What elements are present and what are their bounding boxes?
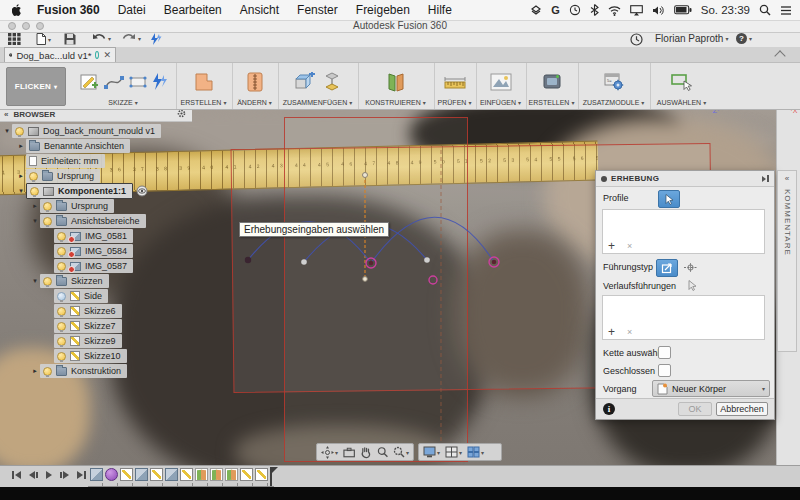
addins-icon[interactable]: 5= (604, 73, 624, 91)
menubar-clock[interactable]: So. 23:39 (701, 4, 750, 16)
visibility-bulb-icon[interactable] (15, 127, 24, 136)
timeline-loft-feature[interactable] (225, 468, 238, 481)
profile-select-button[interactable] (658, 190, 680, 208)
grid-layout-button[interactable]: ▾ (445, 446, 462, 458)
activate-component-radio[interactable] (136, 185, 148, 197)
visibility-bulb-icon[interactable] (57, 322, 66, 331)
dialog-header[interactable]: ERHEBUNG (596, 171, 774, 187)
menu-datei[interactable]: Datei (118, 3, 146, 17)
menu-fenster[interactable]: Fenster (297, 3, 338, 17)
zoom-window-button[interactable]: ▾ (393, 446, 409, 458)
timeline-loft-feature[interactable] (210, 468, 223, 481)
tree-item-canvases[interactable]: ▾ Ansichtsbereiche (0, 214, 146, 228)
battery-icon[interactable] (674, 5, 692, 15)
orbit-button[interactable]: ▾ (321, 446, 338, 459)
remove-profile-icon[interactable]: × (627, 241, 632, 251)
cloud-app-icon[interactable] (530, 4, 542, 16)
save-button[interactable] (64, 33, 76, 45)
tree-item-sketch7[interactable]: Skizze7 (0, 319, 122, 333)
expand-arrow-icon[interactable]: ▾ (16, 187, 26, 195)
tree-item-root-component[interactable]: ▾ Dog_back_mount_mould v1 (0, 124, 161, 138)
rails-select-button[interactable] (682, 277, 702, 293)
timeline-sketch-feature[interactable] (255, 468, 268, 481)
guide-type-rails-button[interactable] (656, 259, 678, 277)
volume-icon[interactable] (652, 5, 665, 16)
group-label-zusammenfuegen[interactable]: ZUSAMMENFÜGEN▾ (283, 99, 353, 109)
expand-arrow-icon[interactable]: ▸ (30, 367, 40, 375)
selected-point-ring-3[interactable] (429, 276, 437, 284)
menu-bearbeiten[interactable]: Bearbeiten (164, 3, 222, 17)
sketch-point-3[interactable] (369, 261, 374, 266)
tree-item-sketch10[interactable]: Skizze10 (0, 349, 127, 363)
timeline-sketch-feature[interactable] (120, 468, 133, 481)
tree-item-component1-selected[interactable]: ▾ Komponente1:1 (0, 184, 148, 198)
tree-item-sketch-side[interactable]: Side (0, 289, 108, 303)
spline-tool-icon[interactable] (104, 74, 124, 90)
press-pull-icon[interactable] (246, 71, 264, 93)
create-sketch-icon[interactable] (79, 72, 99, 92)
menu-hilfe[interactable]: Hilfe (428, 3, 452, 17)
rectangle-tool-icon[interactable] (129, 75, 147, 89)
joint-icon[interactable] (323, 72, 341, 92)
visibility-bulb-icon[interactable] (43, 217, 52, 226)
timeline-canvas-feature[interactable] (165, 468, 178, 481)
notification-clock-button[interactable] (630, 33, 643, 46)
chain-selection-checkbox[interactable] (658, 346, 671, 359)
sketch-point-4[interactable] (424, 257, 430, 263)
zoom-button[interactable] (377, 446, 388, 458)
visibility-bulb-icon[interactable] (30, 187, 39, 196)
sketch-point-6[interactable] (363, 277, 368, 282)
airplay-icon[interactable] (630, 5, 643, 16)
group-label-skizze[interactable]: SKIZZE▾ (108, 99, 138, 109)
add-rail-icon[interactable]: + (608, 326, 615, 338)
account-menu[interactable]: Florian Paproth ▾ (655, 33, 728, 44)
collapse-toolbar-chevron[interactable] (774, 50, 785, 61)
timeline-playhead[interactable] (270, 467, 272, 486)
tree-item-sketches-folder[interactable]: ▾ Skizzen (0, 274, 109, 288)
project-geometry-icon[interactable] (152, 73, 168, 91)
expand-comments-icon[interactable]: « (785, 174, 789, 183)
comments-panel-tab[interactable]: « KOMMENTARE (777, 170, 797, 352)
sketch-point-1[interactable] (245, 257, 251, 263)
timeline-go-start-button[interactable] (12, 471, 21, 479)
timeline-sketch-feature[interactable] (180, 468, 193, 481)
visibility-bulb-icon[interactable] (57, 247, 66, 256)
group-label-aendern[interactable]: ÄNDERN▾ (237, 99, 272, 109)
job-status-button[interactable] (150, 33, 162, 46)
profile-list-box[interactable]: + × (602, 209, 765, 254)
timeline-sketch-feature[interactable] (150, 468, 163, 481)
group-label-konstruieren[interactable]: KONSTRUIEREN▾ (365, 99, 426, 109)
expand-arrow-icon[interactable]: ▸ (16, 172, 26, 180)
group-label-zusatzmodule[interactable]: ZUSATZMODULE▾ (583, 99, 645, 109)
collapse-browser-icon[interactable]: « (4, 110, 8, 119)
visibility-bulb-icon[interactable] (43, 202, 52, 211)
visibility-bulb-icon[interactable] (57, 352, 66, 361)
dock-dialog-icon[interactable] (762, 175, 769, 182)
group-label-erstellen2[interactable]: ERSTELLEN▾ (529, 99, 575, 109)
tree-item-named-views[interactable]: ▸ Benannte Ansichten (0, 139, 130, 153)
close-tab-icon[interactable]: ✕ (103, 51, 111, 60)
spotlight-icon[interactable] (759, 4, 771, 16)
construction-plane-icon[interactable] (385, 71, 407, 93)
timeline-loft-feature[interactable] (195, 468, 208, 481)
sketch-point-5[interactable] (492, 260, 497, 265)
timeline-sketch-feature[interactable] (240, 468, 253, 481)
visibility-bulb-icon[interactable] (57, 337, 66, 346)
visibility-bulb-icon[interactable] (43, 367, 52, 376)
tree-item-sketch6[interactable]: Skizze6 (0, 304, 122, 318)
timemachine-icon[interactable] (569, 4, 581, 16)
add-profile-icon[interactable]: + (608, 240, 615, 252)
viewports-button[interactable]: ▾ (467, 446, 484, 458)
tree-item-origin2[interactable]: ▸ Ursprung (0, 199, 114, 213)
group-label-auswaehlen[interactable]: AUSWÄHLEN▾ (657, 99, 706, 109)
tree-item-img0584[interactable]: IMG_0584 (0, 244, 133, 258)
extrude-icon[interactable] (193, 71, 215, 93)
help-menu[interactable]: ? ▾ (736, 33, 752, 44)
visibility-bulb-icon[interactable] (57, 292, 66, 301)
notification-center-icon[interactable] (780, 5, 792, 16)
cancel-button[interactable]: Abbrechen (716, 402, 768, 416)
data-panel-button[interactable] (8, 33, 21, 45)
visibility-bulb-icon[interactable] (43, 277, 52, 286)
menu-ansicht[interactable]: Ansicht (240, 3, 279, 17)
timeline-canvas-feature[interactable] (90, 468, 103, 481)
